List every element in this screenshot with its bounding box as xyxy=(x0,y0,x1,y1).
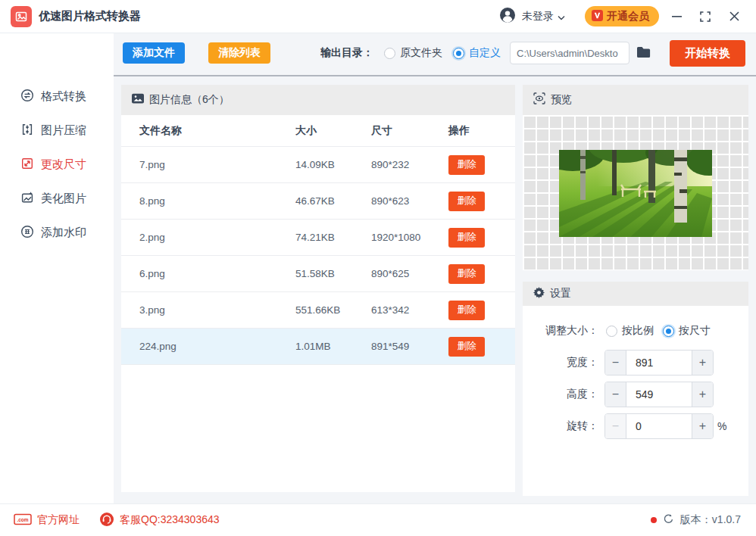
sidebar-item-format-convert[interactable]: 格式转换 xyxy=(0,79,114,114)
right-panel: 预览 xyxy=(523,85,748,496)
watermark-icon xyxy=(20,225,34,242)
height-label: 高度： xyxy=(523,388,598,401)
table-row[interactable]: 2.png 74.21KB 1920*1080 删除 xyxy=(121,220,515,256)
refresh-icon xyxy=(663,513,674,527)
width-minus-button[interactable]: − xyxy=(605,351,626,375)
sidebar-item-resize[interactable]: 更改尺寸 xyxy=(0,148,114,182)
app-logo-icon xyxy=(11,6,32,27)
clear-list-button[interactable]: 清除列表 xyxy=(208,42,270,64)
resize-mode-row: 调整大小： 按比例 按尺寸 xyxy=(523,318,748,344)
beautify-icon xyxy=(20,191,34,207)
file-size: 46.67KB xyxy=(295,195,371,207)
width-input[interactable] xyxy=(626,351,692,375)
vip-button-label: 开通会员 xyxy=(607,10,649,23)
resize-mode-label: 调整大小： xyxy=(523,324,598,338)
sidebar-item-label: 美化图片 xyxy=(41,192,86,206)
rotate-input[interactable] xyxy=(626,414,692,438)
radio-source-folder-label[interactable]: 原文件夹 xyxy=(400,46,442,60)
service-qq-link[interactable]: 客服QQ:3234303643 xyxy=(99,512,220,529)
file-panel-title: 图片信息（6个） xyxy=(149,93,230,107)
sidebar-item-beautify[interactable]: 美化图片 xyxy=(0,182,114,216)
preview-eye-icon xyxy=(533,92,545,108)
delete-button[interactable]: 删除 xyxy=(448,192,485,211)
sidebar-item-watermark[interactable]: 添加水印 xyxy=(0,216,114,250)
radio-by-size[interactable] xyxy=(663,326,674,337)
height-plus-button[interactable]: + xyxy=(692,382,713,407)
radio-custom-folder[interactable] xyxy=(453,48,464,59)
status-dot xyxy=(651,517,657,523)
table-row[interactable]: 224.png 1.01MB 891*549 删除 xyxy=(121,329,515,365)
file-name: 7.png xyxy=(139,159,295,170)
sidebar: 格式转换 图片压缩 更改尺寸 美化图片 添加水印 xyxy=(0,33,114,503)
vip-button[interactable]: 开通会员 xyxy=(585,6,659,26)
table-row[interactable]: 3.png 551.66KB 613*342 删除 xyxy=(121,292,515,329)
radio-custom-folder-label[interactable]: 自定义 xyxy=(469,46,501,60)
sidebar-item-label: 更改尺寸 xyxy=(41,157,86,172)
table-row[interactable]: 6.png 51.58KB 890*625 删除 xyxy=(121,256,515,292)
sidebar-item-label: 图片压缩 xyxy=(41,123,86,138)
delete-button[interactable]: 删除 xyxy=(448,264,485,284)
toolbar-divider xyxy=(114,75,756,76)
close-button[interactable] xyxy=(723,5,745,28)
add-files-button[interactable]: 添加文件 xyxy=(123,42,185,64)
official-website-link[interactable]: .com 官方网址 xyxy=(14,513,80,528)
delete-button[interactable]: 删除 xyxy=(448,337,485,357)
delete-button[interactable]: 删除 xyxy=(448,228,485,248)
maximize-button[interactable] xyxy=(694,5,717,28)
file-name: 224.png xyxy=(139,341,295,352)
file-name: 6.png xyxy=(139,268,295,279)
check-update-button[interactable] xyxy=(663,513,674,527)
radio-source-folder[interactable] xyxy=(384,48,395,59)
file-size: 51.58KB xyxy=(295,268,371,279)
rotate-minus-button[interactable]: − xyxy=(605,414,626,438)
picture-info-icon xyxy=(132,92,144,108)
rotate-plus-button[interactable]: + xyxy=(692,414,713,438)
file-table-body: 7.png 14.09KB 890*232 删除 8.png 46.67KB 8… xyxy=(121,147,515,365)
file-name: 2.png xyxy=(139,232,295,243)
file-panel: 图片信息（6个） 文件名称 大小 尺寸 操作 7.png 14.09KB 890… xyxy=(121,85,515,492)
gear-icon xyxy=(533,287,545,301)
width-row: 宽度： − + xyxy=(523,350,748,376)
file-panel-header: 图片信息（6个） xyxy=(121,85,515,115)
table-row[interactable]: 8.png 46.67KB 890*623 删除 xyxy=(121,183,515,220)
user-menu[interactable]: 未登录 xyxy=(499,7,565,26)
sidebar-item-compress[interactable]: 图片压缩 xyxy=(0,114,114,148)
footer: .com 官方网址 客服QQ:3234303643 版本：v1.0.7 xyxy=(0,503,756,536)
file-name: 8.png xyxy=(139,195,295,207)
official-website-label: 官方网址 xyxy=(37,513,80,527)
file-dims: 890*625 xyxy=(371,268,448,279)
service-qq-label: 客服QQ:3234303643 xyxy=(120,513,220,527)
minimize-button[interactable] xyxy=(665,5,688,28)
start-convert-button[interactable]: 开始转换 xyxy=(670,40,745,67)
file-dims: 890*623 xyxy=(371,195,448,207)
file-size: 551.66KB xyxy=(295,304,371,316)
file-dims: 891*549 xyxy=(371,341,448,352)
file-dims: 890*232 xyxy=(371,159,448,170)
app-window: 优速图片格式转换器 未登录 开通会员 格式转换 图片压缩 xyxy=(0,0,756,536)
radio-by-size-label[interactable]: 按尺寸 xyxy=(679,324,711,338)
delete-button[interactable]: 删除 xyxy=(448,155,485,175)
output-path-input[interactable] xyxy=(510,42,629,64)
folder-icon xyxy=(636,46,651,61)
delete-button[interactable]: 删除 xyxy=(448,301,485,320)
width-plus-button[interactable]: + xyxy=(692,351,713,375)
version-label: 版本：v1.0.7 xyxy=(680,513,741,527)
preview-image xyxy=(559,150,712,237)
height-input[interactable] xyxy=(626,382,692,407)
main-content: 添加文件 清除列表 输出目录： 原文件夹 自定义 开始转换 图片信息（6个） xyxy=(114,33,756,503)
table-row[interactable]: 7.png 14.09KB 890*232 删除 xyxy=(121,147,515,183)
browse-folder-button[interactable] xyxy=(636,46,651,61)
output-dir-label: 输出目录： xyxy=(320,46,373,60)
rotate-label: 旋转： xyxy=(523,419,598,433)
height-minus-button[interactable]: − xyxy=(605,382,626,407)
col-name: 文件名称 xyxy=(139,124,295,138)
col-dims: 尺寸 xyxy=(371,124,448,138)
radio-by-ratio-label[interactable]: 按比例 xyxy=(622,324,654,338)
service-icon xyxy=(99,512,114,529)
file-size: 1.01MB xyxy=(295,341,371,352)
app-title: 优速图片格式转换器 xyxy=(39,9,141,23)
radio-by-ratio[interactable] xyxy=(606,326,617,337)
col-size: 大小 xyxy=(295,124,371,138)
vip-badge-icon xyxy=(592,10,603,23)
width-label: 宽度： xyxy=(523,356,598,369)
